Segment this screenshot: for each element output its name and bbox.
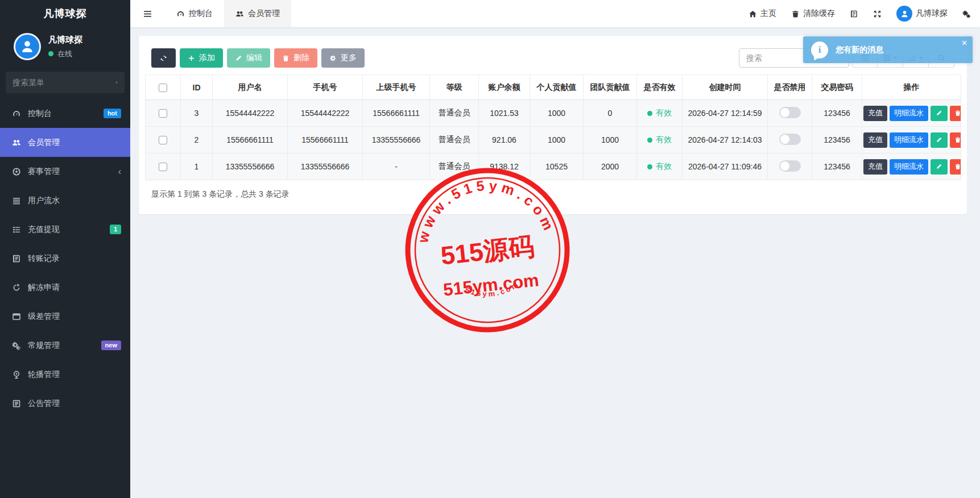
- refresh-button[interactable]: [151, 48, 176, 68]
- cell-actions: 充值明细流水: [862, 153, 961, 180]
- sidebar-item-9[interactable]: 常规管理new: [0, 331, 130, 360]
- row-checkbox[interactable]: [159, 109, 167, 118]
- avatar[interactable]: [14, 33, 41, 60]
- sidebar-item-2[interactable]: 会员管理: [0, 128, 130, 157]
- cell-actions: 充值明细流水: [862, 100, 961, 127]
- fullscreen-button[interactable]: [873, 10, 882, 18]
- status-valid: 有效: [647, 135, 672, 145]
- online-status: 在线: [48, 49, 82, 59]
- cell-id: 1: [181, 153, 213, 180]
- top-navbar: 控制台 会员管理 主页 清除缓存 凡博球探: [130, 0, 980, 27]
- users-icon: [12, 138, 21, 147]
- settings-button[interactable]: [962, 10, 971, 18]
- redo-icon: [12, 283, 21, 292]
- disable-toggle[interactable]: [779, 107, 801, 118]
- cell-trade-password: 123456: [812, 127, 862, 153]
- row-checkbox[interactable]: [159, 136, 167, 144]
- listlines-icon: [12, 196, 21, 205]
- main-content: 添加 编辑 删除 更多: [130, 27, 980, 498]
- disable-toggle[interactable]: [779, 134, 801, 145]
- trash-icon: [954, 136, 961, 143]
- sidebar-item-4[interactable]: 用户流水: [0, 186, 130, 215]
- sidebar-item-11[interactable]: 公告管理: [0, 389, 130, 418]
- home-link[interactable]: 主页: [749, 9, 776, 19]
- pencil-icon: [235, 55, 242, 62]
- search-icon: [115, 78, 118, 86]
- row-delete-button[interactable]: [950, 106, 961, 121]
- sidebar-item-1[interactable]: 控制台hot: [0, 99, 130, 128]
- recharge-button[interactable]: 充值: [863, 132, 887, 148]
- sidebar-toggle-button[interactable]: [130, 0, 165, 27]
- user-menu[interactable]: 凡博球探: [896, 6, 948, 22]
- more-button[interactable]: 更多: [321, 48, 365, 68]
- sidebar-item-label: 解冻申请: [28, 283, 121, 293]
- info-icon: i: [811, 42, 828, 59]
- sidebar-item-label: 常规管理: [28, 341, 101, 351]
- sidebar-item-10[interactable]: 轮播管理: [0, 360, 130, 389]
- recharge-button[interactable]: 充值: [863, 106, 887, 121]
- user-icon: [20, 39, 35, 54]
- trash-icon: [282, 55, 290, 62]
- cell-personal-contribution: 1000: [530, 100, 584, 127]
- status-valid: 有效: [647, 161, 672, 172]
- add-button[interactable]: 添加: [180, 48, 223, 68]
- notification-toast: i 您有新的消息 ✕: [803, 36, 973, 63]
- table-row: 2155666611111556666111113355556666普通会员92…: [146, 127, 961, 153]
- row-checkbox[interactable]: [159, 163, 167, 171]
- cell-phone: 15566661111: [288, 127, 363, 153]
- sidebar-item-label: 轮播管理: [28, 370, 121, 380]
- brand-title: 凡博球探: [0, 0, 130, 27]
- menu-search-input[interactable]: [13, 78, 115, 87]
- carousel-icon: [12, 370, 21, 379]
- detail-flow-button[interactable]: 明细流水: [890, 159, 928, 175]
- toast-close-button[interactable]: ✕: [961, 39, 967, 47]
- clear-cache-button[interactable]: 清除缓存: [791, 9, 835, 19]
- edit-button[interactable]: 编辑: [227, 48, 270, 68]
- tasks-icon: [12, 225, 21, 234]
- user-icon: [900, 10, 909, 18]
- pencil-icon: [936, 136, 942, 143]
- users-icon: [235, 10, 244, 18]
- cell-username: 13355556666: [213, 153, 288, 180]
- sidebar-item-label: 充值提现: [28, 225, 110, 235]
- detail-flow-button[interactable]: 明细流水: [890, 132, 928, 148]
- tab-dashboard[interactable]: 控制台: [165, 0, 224, 27]
- sidebar-item-7[interactable]: 解冻申请: [0, 273, 130, 302]
- trash-icon: [954, 163, 961, 170]
- row-edit-button[interactable]: [931, 106, 948, 121]
- trash-icon: [954, 110, 961, 117]
- navbar-username: 凡博球探: [916, 9, 948, 19]
- sidebar-item-label: 公告管理: [28, 399, 121, 409]
- select-all-checkbox[interactable]: [159, 84, 167, 92]
- sidebar-item-label: 转账记录: [28, 254, 121, 264]
- navbar-avatar: [896, 6, 912, 22]
- disable-toggle[interactable]: [779, 160, 801, 172]
- expand-icon: [873, 10, 882, 18]
- row-delete-button[interactable]: [950, 159, 961, 175]
- cell-parent-phone: -: [363, 153, 430, 180]
- members-table: ID用户名 手机号上级手机号 等级账户余额 个人贡献值团队贡献值 是否有效创建时…: [145, 74, 961, 180]
- cell-balance: 9138.12: [479, 153, 530, 180]
- gear-icon: [329, 55, 337, 62]
- sidebar-item-label: 级差管理: [28, 312, 121, 322]
- cell-id: 3: [181, 100, 213, 127]
- row-edit-button[interactable]: [931, 159, 948, 175]
- cell-level: 普通会员: [430, 127, 479, 153]
- sidebar-item-label: 会员管理: [28, 138, 121, 148]
- sidebar-item-3[interactable]: 赛事管理‹: [0, 157, 130, 186]
- sidebar-item-5[interactable]: 充值提现1: [0, 215, 130, 244]
- row-delete-button[interactable]: [950, 132, 961, 148]
- cell-created-time: 2026-04-27 12:14:59: [683, 100, 768, 127]
- online-dot-icon: [48, 51, 53, 56]
- tab-members[interactable]: 会员管理: [224, 0, 291, 27]
- sidebar-item-6[interactable]: 转账记录: [0, 244, 130, 273]
- recharge-button[interactable]: 充值: [863, 159, 887, 175]
- log-button[interactable]: [850, 10, 858, 18]
- profile-name: 凡博球探: [48, 35, 82, 45]
- log-book-icon: [850, 10, 858, 18]
- row-edit-button[interactable]: [931, 132, 948, 148]
- detail-flow-button[interactable]: 明细流水: [890, 106, 928, 121]
- delete-button[interactable]: 删除: [274, 48, 317, 68]
- chevron-left-icon: ‹: [118, 167, 121, 176]
- sidebar-item-8[interactable]: 级差管理: [0, 302, 130, 331]
